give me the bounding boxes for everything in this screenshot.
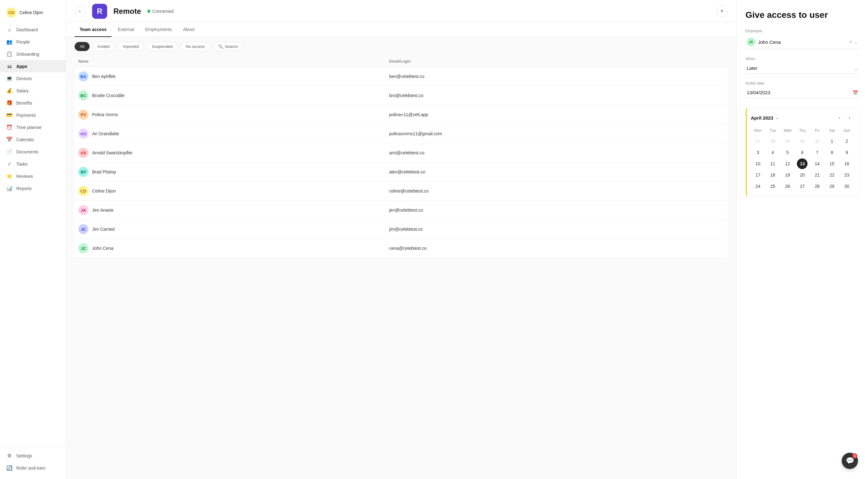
action-date-select[interactable]: 13/04/2023 📅 [745, 87, 859, 98]
person-extra-cell [690, 181, 727, 201]
table-row[interactable]: BP Brad Pitstop alen@celebtest.co [74, 163, 727, 181]
calendar-day[interactable]: 8 [827, 147, 837, 158]
calendar-month-selector[interactable]: April 2023 ⌄ [751, 115, 778, 121]
clear-icon[interactable]: × [849, 39, 852, 45]
tab-team-access[interactable]: Team access [74, 23, 112, 37]
tab-external[interactable]: External [113, 23, 139, 37]
person-name-cell: BA Ben Aphflek [74, 67, 385, 86]
chat-button[interactable]: 💬 1 [842, 453, 858, 469]
sidebar-item-calendar[interactable]: 📅Calendar [0, 133, 65, 145]
sidebar-item-reports[interactable]: 📊Reports [0, 182, 65, 195]
calendar-day[interactable]: 22 [827, 170, 837, 180]
table-row[interactable]: JC Jim Carried jim@celebtest.co [74, 220, 727, 239]
calendar-day[interactable]: 26 [782, 181, 793, 192]
filter-suspended[interactable]: Suspended [147, 42, 178, 51]
sidebar-item-onboarding[interactable]: 📋Onboarding [0, 48, 65, 60]
payments-icon: 💳 [6, 112, 12, 118]
sidebar-item-documents[interactable]: 📄Documents [0, 145, 65, 158]
calendar-day: 27 [753, 136, 763, 146]
calendar-day[interactable]: 21 [812, 170, 823, 180]
calendar-day[interactable]: 2 [841, 136, 852, 146]
person-name-cell: JA Jen Anasie [74, 201, 385, 220]
calendar-day[interactable]: 27 [797, 181, 808, 192]
back-button[interactable]: ← [74, 6, 86, 17]
sidebar-item-payments[interactable]: 💳Payments [0, 109, 65, 121]
calendar-day[interactable]: 1 [827, 136, 837, 146]
calendar-next-button[interactable]: › [845, 113, 854, 122]
filter-no-access[interactable]: No access [181, 42, 210, 51]
table-row[interactable]: JA Jen Anasie jen@celebtest.co [74, 201, 727, 220]
person-name: Celine Dijon [92, 189, 116, 194]
table-row[interactable]: JC John Cena cena@celebtest.co [74, 239, 727, 258]
person-extra-cell [690, 86, 727, 105]
table-container: Name Email/Login BA Ben Aphflek ben@cele… [66, 56, 736, 479]
sidebar-user[interactable]: CD Celine Dijon [0, 5, 65, 24]
sidebar-item-people[interactable]: 👥People [0, 36, 65, 48]
person-name-cell: AS Arnold Swartzkopfler [74, 143, 385, 163]
calendar-day[interactable]: 17 [753, 170, 763, 180]
calendar-day-header: Thu [795, 127, 809, 135]
filter-all[interactable]: All [74, 42, 90, 51]
calendar-day[interactable]: 13 [797, 159, 808, 169]
filter-search[interactable]: 🔍Search [213, 42, 243, 51]
calendar-day[interactable]: 4 [767, 147, 778, 158]
sidebar-item-dashboard[interactable]: ⌂Dashboard [0, 24, 65, 36]
calendar-day[interactable]: 19 [782, 170, 793, 180]
chat-badge: 1 [852, 453, 857, 458]
calendar-day[interactable]: 18 [767, 170, 778, 180]
calendar-day[interactable]: 23 [841, 170, 852, 180]
chevron-down-icon[interactable]: ⌄ [854, 39, 858, 45]
calendar-day[interactable]: 5 [782, 147, 793, 158]
table-row[interactable]: AS Arnold Swartzkopfler arni@celebtest.c… [74, 143, 727, 163]
when-select[interactable]: Later ⌄ [745, 63, 859, 74]
app-logo: R [92, 4, 107, 19]
calendar-day[interactable]: 11 [767, 159, 778, 169]
calendar-day[interactable]: 16 [841, 159, 852, 169]
calendar-day[interactable]: 9 [841, 147, 852, 158]
calendar-day[interactable]: 20 [797, 170, 808, 180]
calendar-day[interactable]: 30 [841, 181, 852, 192]
sidebar-item-refer[interactable]: 🔄 Refer and earn [0, 462, 65, 474]
calendar-day[interactable]: 24 [753, 181, 763, 192]
calendar-day[interactable]: 28 [812, 181, 823, 192]
employee-label: Employee [745, 29, 859, 33]
table-row[interactable]: BA Ben Aphflek ben@celebtest.co [74, 67, 727, 86]
close-button[interactable]: × [716, 6, 727, 17]
calendar-day[interactable]: 29 [827, 181, 837, 192]
sidebar-item-tasks[interactable]: ✓Tasks [0, 158, 65, 170]
sidebar-item-reviews[interactable]: ⭐Reviews [0, 170, 65, 182]
sidebar-item-label: Apps [16, 64, 27, 69]
sidebar-item-apps[interactable]: ⚏Apps [0, 60, 65, 72]
filter-imported[interactable]: Imported [118, 42, 144, 51]
calendar-day[interactable]: 3 [753, 147, 763, 158]
table-row[interactable]: BC Brodie Crocodile bro@celebtest.co [74, 86, 727, 105]
calendar-day[interactable]: 10 [753, 159, 763, 169]
person-name: Ari Grandlatte [92, 131, 119, 136]
benefits-icon: 🎁 [6, 100, 12, 106]
person-name-cell: JC John Cena [74, 239, 385, 258]
filter-invited[interactable]: Invited [92, 42, 115, 51]
avatar: JC [78, 243, 88, 253]
calendar-day[interactable]: 25 [767, 181, 778, 192]
calendar-day[interactable]: 12 [782, 159, 793, 169]
person-extra-cell [690, 105, 727, 124]
employee-input-row[interactable]: JC John Cena × ⌄ [745, 35, 859, 49]
sidebar-item-time-planner[interactable]: ⏰Time planner [0, 121, 65, 133]
tab-about[interactable]: About [178, 23, 199, 37]
table-row[interactable]: CD Celine Dijon celine@celebtest.co [74, 181, 727, 201]
sidebar-item-devices[interactable]: 💻Devices [0, 72, 65, 84]
calendar-day[interactable]: 14 [812, 159, 823, 169]
calendar-day-header: Mon [751, 127, 765, 135]
sidebar-item-settings[interactable]: ⚙ Settings [0, 450, 65, 462]
table-row[interactable]: AG Ari Grandlatte polinavorms11@gmail.co… [74, 124, 727, 143]
calendar-day[interactable]: 7 [812, 147, 823, 158]
employee-actions[interactable]: × ⌄ [849, 39, 858, 45]
table-row[interactable]: PV Polina Vorms polina+11@zelt.app [74, 105, 727, 124]
tab-employments[interactable]: Employments [141, 23, 177, 37]
sidebar-item-salary[interactable]: 💰Salary [0, 84, 65, 97]
calendar-day: 31 [812, 136, 823, 146]
sidebar-item-benefits[interactable]: 🎁Benefits [0, 97, 65, 109]
calendar-day[interactable]: 6 [797, 147, 808, 158]
calendar-prev-button[interactable]: ‹ [835, 113, 844, 122]
calendar-day[interactable]: 15 [827, 159, 837, 169]
